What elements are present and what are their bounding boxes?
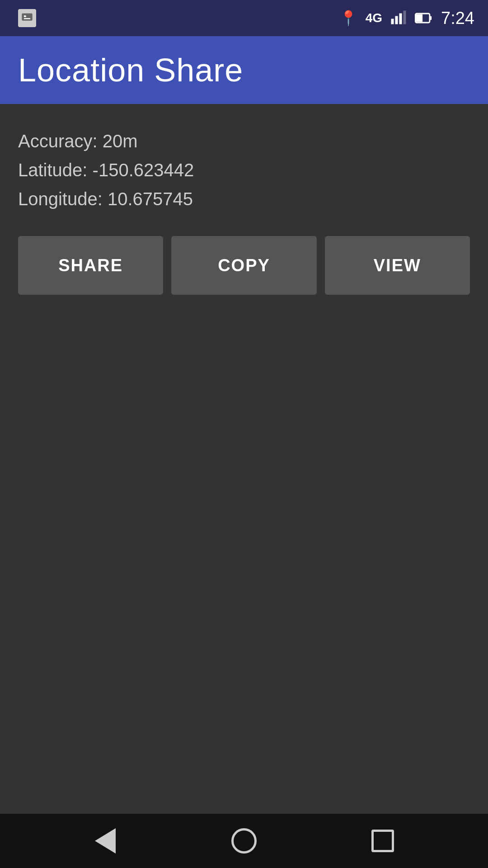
svg-rect-6 [404, 11, 406, 24]
latitude-text: Latitude: -150.623442 [18, 156, 470, 184]
status-bar-right: 📍 4G 7:24 [339, 9, 474, 28]
svg-rect-8 [430, 16, 432, 20]
copy-button[interactable]: COPY [171, 236, 316, 295]
share-button[interactable]: SHARE [18, 236, 163, 295]
accuracy-text: Accuracy: 20m [18, 127, 470, 156]
nav-home-button[interactable] [226, 823, 262, 859]
app-bar: Location Share [0, 36, 488, 104]
notification-icon [18, 9, 36, 27]
action-buttons-row: SHARE COPY VIEW [18, 236, 470, 295]
location-info: Accuracy: 20m Latitude: -150.623442 Long… [18, 127, 470, 213]
view-button[interactable]: VIEW [325, 236, 470, 295]
recents-icon [371, 830, 394, 852]
signal-icon: 4G [366, 11, 382, 25]
svg-rect-0 [22, 14, 32, 21]
nav-back-button[interactable] [87, 823, 123, 859]
status-bar: 📍 4G 7:24 [0, 0, 488, 36]
nav-recents-button[interactable] [365, 823, 401, 859]
signal-bars-icon [390, 10, 407, 26]
battery-icon [415, 10, 433, 26]
svg-rect-9 [416, 14, 422, 22]
svg-rect-5 [399, 14, 402, 24]
main-content: Accuracy: 20m Latitude: -150.623442 Long… [0, 104, 488, 814]
app-title: Location Share [18, 52, 243, 89]
status-bar-left [14, 9, 330, 27]
status-time: 7:24 [441, 9, 474, 28]
location-icon: 📍 [339, 9, 357, 27]
home-icon [231, 828, 257, 854]
longitude-text: Longitude: 10.675745 [18, 184, 470, 213]
svg-rect-1 [24, 15, 26, 17]
back-icon [95, 828, 116, 854]
svg-rect-3 [391, 19, 394, 24]
svg-rect-2 [24, 18, 30, 19]
nav-bar [0, 814, 488, 868]
svg-rect-4 [395, 16, 398, 24]
